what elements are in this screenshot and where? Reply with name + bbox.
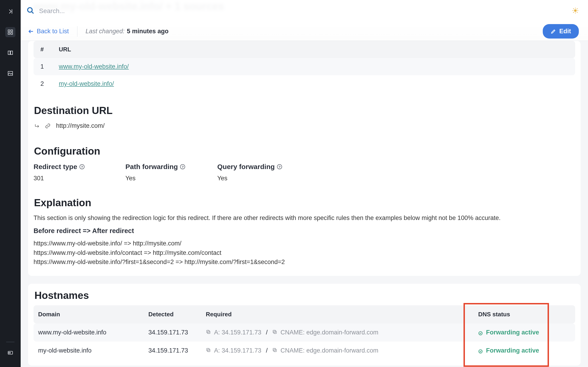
svg-rect-4: [11, 33, 13, 34]
explanation-intro: This section is only showing the redirec…: [34, 215, 575, 222]
svg-rect-27: [274, 349, 277, 352]
nav-divider: [6, 342, 15, 342]
svg-line-18: [577, 8, 578, 9]
subdirectory-arrow-icon: [35, 123, 40, 128]
topbar: [21, 0, 588, 22]
sources-col-idx: #: [40, 46, 59, 53]
dashboard-icon: [7, 29, 13, 35]
nav-images[interactable]: [5, 68, 15, 78]
svg-rect-1: [8, 30, 10, 32]
sources-row-url-link[interactable]: my-old-website.info/: [59, 80, 568, 87]
hostnames-table-header: Domain Detected Required DNS status: [34, 305, 575, 323]
edit-button-label: Edit: [559, 28, 571, 35]
svg-point-10: [574, 9, 577, 12]
redirect-details-card: # URL 1 www.my-old-website.info/ 2 my-ol…: [28, 41, 581, 276]
host-dns-status: Forwarding active: [472, 347, 582, 354]
wallet-icon: [7, 350, 13, 356]
explanation-line: https://www.my-old-website.info/?first=1…: [34, 257, 575, 267]
explanation-lines: https://www.my-old-website.info/ => http…: [34, 239, 575, 267]
main-content: # URL 1 www.my-old-website.info/ 2 my-ol…: [21, 0, 588, 367]
hostnames-title: Hostnames: [34, 290, 575, 301]
nav-dashboard[interactable]: [5, 27, 15, 37]
back-to-list-label: Back to List: [37, 28, 69, 35]
sources-col-url: URL: [59, 46, 568, 53]
image-icon: [7, 70, 13, 76]
sources-table-header: # URL: [34, 41, 575, 58]
host-req-cname: CNAME: edge.domain-forward.com: [280, 347, 378, 354]
check-circle-icon: [478, 330, 483, 335]
host-required: A: 34.159.171.73 / CNAME: edge.domain-fo…: [206, 347, 472, 354]
last-changed-label: Last changed:: [86, 28, 125, 35]
pencil-icon: [551, 29, 556, 34]
left-nav-rail: [0, 0, 21, 367]
hostnames-row: my-old-website.info 34.159.171.73 A: 34.…: [34, 342, 575, 360]
svg-rect-20: [208, 331, 210, 334]
svg-rect-21: [207, 330, 209, 333]
theme-toggle[interactable]: [572, 7, 579, 15]
slash: /: [266, 347, 268, 354]
destination-title: Destination URL: [34, 105, 575, 116]
svg-line-9: [32, 11, 34, 14]
hostnames-card: Hostnames Domain Detected Required DNS s…: [28, 284, 581, 366]
explanation-subheading: Before redirect => After redirect: [34, 227, 575, 235]
copy-icon[interactable]: [206, 329, 211, 336]
help-icon[interactable]: ?: [277, 164, 282, 169]
config-label: Redirect type: [34, 163, 77, 171]
copy-icon[interactable]: [206, 347, 211, 354]
help-icon[interactable]: ?: [180, 164, 185, 169]
copy-icon[interactable]: [272, 347, 277, 354]
config-path-forwarding: Path forwarding? Yes: [125, 163, 217, 182]
svg-rect-23: [273, 330, 276, 333]
svg-line-17: [573, 12, 574, 13]
copy-icon[interactable]: [272, 329, 277, 336]
svg-point-8: [27, 8, 32, 12]
svg-rect-3: [8, 33, 10, 34]
sources-row: 2 my-old-website.info/: [34, 75, 575, 92]
config-redirect-type: Redirect type? 301: [34, 163, 125, 182]
host-domain: www.my-old-website.info: [38, 329, 148, 336]
sun-icon: [572, 7, 579, 14]
nav-docs[interactable]: [5, 48, 15, 58]
back-to-list-link[interactable]: Back to List: [28, 28, 69, 35]
link-icon: [45, 123, 51, 129]
arrow-left-icon: [28, 28, 34, 34]
help-icon[interactable]: ?: [79, 164, 85, 169]
explanation-line: https://www.my-old-website.info/ => http…: [34, 239, 575, 248]
host-req-a: A: 34.159.171.73: [214, 329, 261, 336]
svg-rect-2: [11, 30, 13, 32]
svg-rect-28: [273, 348, 276, 351]
svg-line-15: [573, 8, 574, 9]
svg-rect-26: [207, 348, 209, 351]
configuration-grid: Redirect type? 301 Path forwarding? Yes …: [34, 163, 575, 182]
hostnames-col-detected: Detected: [148, 311, 206, 318]
explanation-line: https://www.my-old-website.info/contact …: [34, 248, 575, 258]
host-detected: 34.159.171.73: [148, 347, 206, 354]
destination-url: http://mysite.com/: [56, 122, 105, 129]
nav-billing[interactable]: [5, 348, 15, 358]
host-dns-text: Forwarding active: [486, 347, 539, 354]
subbar-divider: [77, 26, 78, 37]
chevron-right-bar-icon: [7, 8, 14, 15]
host-req-cname: CNAME: edge.domain-forward.com: [280, 329, 378, 336]
config-value: Yes: [125, 175, 217, 182]
host-dns-text: Forwarding active: [486, 329, 539, 336]
config-query-forwarding: Query forwarding? Yes: [217, 163, 309, 182]
search-icon[interactable]: [27, 7, 35, 15]
destination-row: http://mysite.com/: [34, 122, 575, 129]
svg-line-16: [577, 12, 578, 13]
sources-row: 1 www.my-old-website.info/: [34, 58, 575, 75]
sources-row-idx: 1: [40, 63, 59, 70]
hostnames-col-dns: DNS status: [472, 311, 582, 318]
config-label: Path forwarding: [125, 163, 178, 171]
nav-toggle[interactable]: [5, 6, 15, 17]
sources-row-idx: 2: [40, 80, 59, 87]
configuration-title: Configuration: [34, 145, 575, 157]
search-input[interactable]: [39, 7, 177, 15]
subbar: Back to List Last changed: 5 minutes ago…: [21, 22, 588, 41]
edit-button[interactable]: Edit: [543, 24, 579, 39]
host-dns-status: Forwarding active: [472, 329, 582, 336]
book-icon: [7, 50, 13, 56]
hostnames-row: www.my-old-website.info 34.159.171.73 A:…: [34, 323, 575, 342]
explanation-title: Explanation: [34, 197, 575, 209]
sources-row-url-link[interactable]: www.my-old-website.info/: [59, 63, 568, 70]
